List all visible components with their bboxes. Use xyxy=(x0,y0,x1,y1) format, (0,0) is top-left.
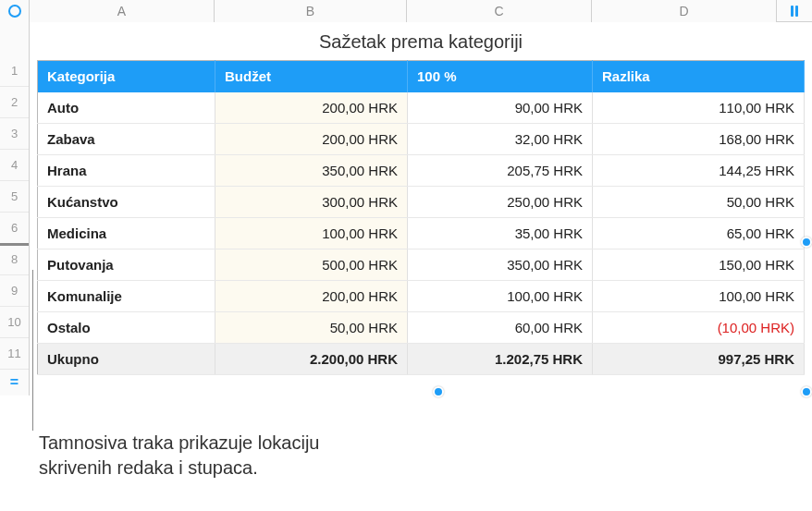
column-header-A[interactable]: A xyxy=(30,0,215,22)
cell-percent[interactable]: 32,00 HRK xyxy=(408,124,593,155)
cell-budget[interactable]: 200,00 HRK xyxy=(215,124,408,155)
table-total-row: Ukupno2.200,00 HRK1.202,75 HRK997,25 HRK xyxy=(38,344,805,375)
cell-total-label[interactable]: Ukupno xyxy=(38,344,215,375)
selection-handle[interactable] xyxy=(801,386,812,397)
cell-category[interactable]: Komunalije xyxy=(38,281,215,312)
equals-icon: = xyxy=(10,374,18,391)
table-row: Kućanstvo300,00 HRK250,00 HRK50,00 HRK xyxy=(38,187,805,218)
cell-category[interactable]: Kućanstvo xyxy=(38,187,215,218)
cell-budget[interactable]: 100,00 HRK xyxy=(215,218,408,249)
cell-category[interactable]: Hrana xyxy=(38,155,215,187)
column-header-row: A B C D xyxy=(0,0,812,22)
header-budget[interactable]: Budžet xyxy=(215,61,408,92)
select-all-corner[interactable] xyxy=(0,0,30,22)
cell-budget[interactable]: 500,00 HRK xyxy=(215,249,408,281)
header-diff[interactable]: Razlika xyxy=(593,61,805,92)
cell-category[interactable]: Auto xyxy=(38,92,215,124)
cell-percent[interactable]: 60,00 HRK xyxy=(408,312,593,344)
row-header-6[interactable]: 6 xyxy=(0,213,29,244)
cell-category[interactable]: Putovanja xyxy=(38,249,215,281)
table-title[interactable]: Sažetak prema kategoriji xyxy=(37,28,805,60)
cell-category[interactable]: Zabava xyxy=(38,124,215,155)
cell-diff[interactable]: 144,25 HRK xyxy=(593,155,805,187)
column-add-handle[interactable] xyxy=(777,0,812,21)
row-header-8[interactable]: 8 xyxy=(0,244,29,275)
row-header-11[interactable]: 11 xyxy=(0,338,29,370)
column-header-B[interactable]: B xyxy=(215,0,407,22)
selection-handle[interactable] xyxy=(433,386,444,397)
table-row: Putovanja500,00 HRK350,00 HRK150,00 HRK xyxy=(38,249,805,281)
cell-budget[interactable]: 50,00 HRK xyxy=(215,312,408,344)
cell-percent[interactable]: 350,00 HRK xyxy=(408,249,593,281)
cell-budget[interactable]: 200,00 HRK xyxy=(215,281,408,312)
table-row: Hrana350,00 HRK205,75 HRK144,25 HRK xyxy=(38,155,805,187)
cell-total-budget[interactable]: 2.200,00 HRK xyxy=(215,344,408,375)
table-row: Auto200,00 HRK90,00 HRK110,00 HRK xyxy=(38,92,805,124)
cell-category[interactable]: Medicina xyxy=(38,218,215,249)
cell-diff[interactable]: 168,00 HRK xyxy=(593,124,805,155)
circle-icon xyxy=(8,5,21,18)
table-row: Medicina100,00 HRK35,00 HRK65,00 HRK xyxy=(38,218,805,249)
header-percent[interactable]: 100 % xyxy=(408,61,593,92)
row-header-3[interactable]: 3 xyxy=(0,118,29,150)
cell-diff[interactable]: 50,00 HRK xyxy=(593,187,805,218)
row-header-9[interactable]: 9 xyxy=(0,275,29,307)
cell-percent[interactable]: 90,00 HRK xyxy=(408,92,593,124)
row-header-column: 1 2 3 4 5 6 8 9 10 11 = xyxy=(0,22,30,395)
selection-handle[interactable] xyxy=(801,237,812,248)
row-header-10[interactable]: 10 xyxy=(0,307,29,338)
cell-budget[interactable]: 200,00 HRK xyxy=(215,92,408,124)
cell-percent[interactable]: 250,00 HRK xyxy=(408,187,593,218)
row-header-5[interactable]: 5 xyxy=(0,181,29,213)
summary-table: Kategorija Budžet 100 % Razlika Auto200,… xyxy=(37,60,805,375)
cell-percent[interactable]: 205,75 HRK xyxy=(408,155,593,187)
row-header-1[interactable]: 1 xyxy=(0,55,29,87)
cell-diff[interactable]: 110,00 HRK xyxy=(593,92,805,124)
row-header-4[interactable]: 4 xyxy=(0,150,29,181)
table-row: Ostalo50,00 HRK60,00 HRK(10,00 HRK) xyxy=(38,312,805,344)
cell-budget[interactable]: 300,00 HRK xyxy=(215,187,408,218)
cell-percent[interactable]: 100,00 HRK xyxy=(408,281,593,312)
table-row: Zabava200,00 HRK32,00 HRK168,00 HRK xyxy=(38,124,805,155)
pause-icon xyxy=(791,6,798,17)
cell-diff[interactable]: 65,00 HRK xyxy=(593,218,805,249)
cell-total-diff[interactable]: 997,25 HRK xyxy=(593,344,805,375)
header-category[interactable]: Kategorija xyxy=(38,61,215,92)
cell-category[interactable]: Ostalo xyxy=(38,312,215,344)
row-add-handle[interactable]: = xyxy=(0,370,29,395)
cell-diff[interactable]: 150,00 HRK xyxy=(593,249,805,281)
column-header-C[interactable]: C xyxy=(407,0,592,22)
table-header-row: Kategorija Budžet 100 % Razlika xyxy=(38,61,805,92)
cell-diff[interactable]: (10,00 HRK) xyxy=(593,312,805,344)
column-header-D[interactable]: D xyxy=(592,0,777,22)
cell-total-percent[interactable]: 1.202,75 HRK xyxy=(408,344,593,375)
table-row: Komunalije200,00 HRK100,00 HRK100,00 HRK xyxy=(38,281,805,312)
callout-line xyxy=(32,270,33,431)
table-canvas[interactable]: Sažetak prema kategoriji Kategorija Budž… xyxy=(30,22,812,395)
row-header-2[interactable]: 2 xyxy=(0,87,29,118)
cell-budget[interactable]: 350,00 HRK xyxy=(215,155,408,187)
callout-text: Tamnosiva traka prikazuje lokacijuskrive… xyxy=(39,431,319,481)
cell-percent[interactable]: 35,00 HRK xyxy=(408,218,593,249)
row-header-title-gap xyxy=(0,22,29,55)
cell-diff[interactable]: 100,00 HRK xyxy=(593,281,805,312)
